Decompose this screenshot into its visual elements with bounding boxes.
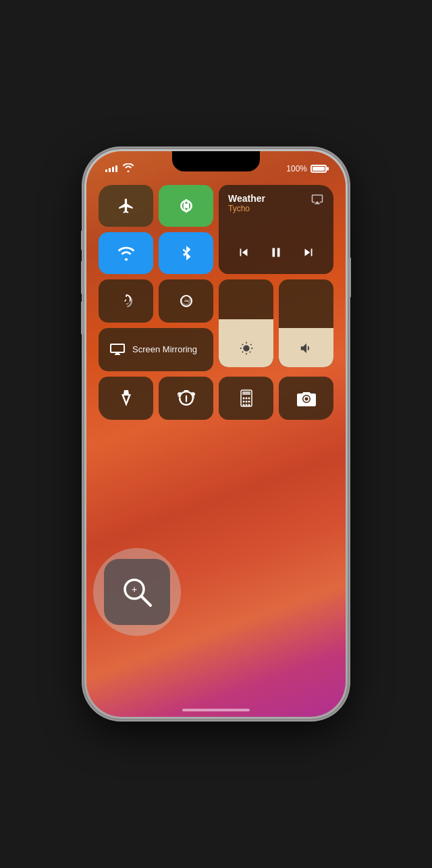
status-left xyxy=(105,163,134,174)
bluetooth-tile[interactable] xyxy=(159,232,213,274)
phone-frame: 100% xyxy=(84,149,348,719)
magnifier-bubble[interactable]: + xyxy=(93,548,181,636)
volume-up-button[interactable] xyxy=(81,261,84,294)
svg-line-16 xyxy=(141,596,151,605)
do-not-disturb-tile[interactable] xyxy=(159,279,213,323)
screen-mirroring-label: Screen Mirroring xyxy=(132,344,197,355)
screen-mirroring-tile[interactable]: Screen Mirroring xyxy=(99,328,213,371)
magnifier-tile[interactable]: + xyxy=(104,559,170,625)
cc-grid: Weather Tycho xyxy=(99,185,333,420)
volume-icon xyxy=(299,341,314,359)
airplane-mode-tile[interactable] xyxy=(99,185,153,227)
battery-fill xyxy=(313,167,325,171)
svg-point-8 xyxy=(242,401,244,403)
notch xyxy=(172,151,260,171)
svg-point-6 xyxy=(245,398,247,400)
svg-point-12 xyxy=(245,404,247,406)
power-button[interactable] xyxy=(348,257,351,298)
signal-bar-2 xyxy=(109,168,111,172)
svg-rect-2 xyxy=(126,295,127,297)
signal-bar-1 xyxy=(105,169,107,172)
svg-point-5 xyxy=(242,398,244,400)
volume-slider[interactable] xyxy=(279,279,333,367)
connectivity-block xyxy=(99,185,213,274)
media-title-block: Weather Tycho xyxy=(228,193,265,213)
wifi-icon xyxy=(123,163,134,174)
svg-point-13 xyxy=(248,404,250,406)
camera-tile[interactable] xyxy=(279,377,333,420)
wifi-control-tile[interactable] xyxy=(99,232,153,274)
phone-screen: 100% xyxy=(86,151,346,717)
media-artist: Tycho xyxy=(228,204,265,213)
orientation-lock-tile[interactable] xyxy=(99,279,153,323)
screen-mirroring-icon xyxy=(109,342,126,358)
svg-point-7 xyxy=(248,398,250,400)
svg-point-14 xyxy=(304,397,308,402)
signal-bar-3 xyxy=(112,167,114,172)
signal-bar-4 xyxy=(115,165,117,172)
cellular-tile[interactable] xyxy=(159,185,213,227)
brightness-slider[interactable] xyxy=(219,279,273,367)
volume-down-button[interactable] xyxy=(81,301,84,335)
flashlight-tile[interactable] xyxy=(99,377,153,420)
media-header: Weather Tycho xyxy=(228,193,324,213)
svg-point-11 xyxy=(242,404,244,406)
svg-rect-4 xyxy=(242,391,250,395)
battery-percent: 100% xyxy=(286,164,307,173)
svg-text:+: + xyxy=(132,584,137,595)
battery-icon xyxy=(310,165,327,173)
magnifier-icon: + xyxy=(119,574,155,609)
home-indicator[interactable] xyxy=(182,709,250,711)
svg-point-10 xyxy=(248,401,250,403)
signal-bars xyxy=(105,165,117,172)
control-center: Weather Tycho xyxy=(99,185,333,420)
pause-button[interactable] xyxy=(263,242,289,266)
previous-button[interactable] xyxy=(231,242,256,266)
timer-tile[interactable] xyxy=(159,377,213,420)
media-controls xyxy=(228,242,324,266)
media-tile[interactable]: Weather Tycho xyxy=(219,185,333,274)
status-right: 100% xyxy=(286,164,327,173)
media-song-title: Weather xyxy=(228,193,265,204)
brightness-icon xyxy=(239,341,254,359)
calculator-tile[interactable] xyxy=(219,377,273,420)
svg-point-9 xyxy=(245,401,247,403)
airplay-icon[interactable] xyxy=(310,193,324,208)
mute-switch[interactable] xyxy=(81,230,84,250)
next-button[interactable] xyxy=(296,242,321,266)
